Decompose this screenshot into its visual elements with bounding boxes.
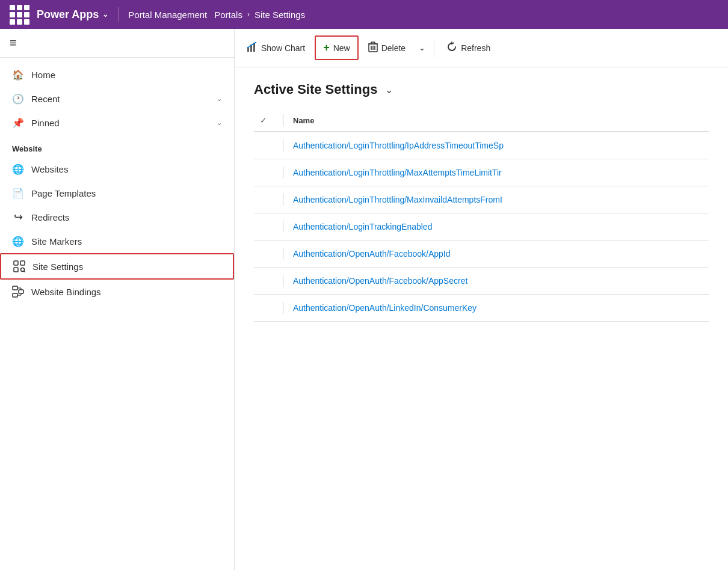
sidebar-nav: 🏠 Home 🕐 Recent ⌄ 📌 Pinned ⌄ Website 🌐 W… [0,58,234,570]
site-markers-icon: 🌐 [12,235,24,247]
row-link[interactable]: Authentication/LoginThrottling/MaxInvail… [293,195,502,204]
app-grid-icon[interactable] [10,5,29,25]
websites-icon: 🌐 [12,163,24,175]
col-check: ✓ [254,115,273,125]
table-row[interactable]: Authentication/OpenAuth/Facebook/AppSecr… [254,268,709,295]
svg-rect-7 [19,290,23,293]
row-divider [283,139,283,152]
redirects-icon: ↪ [12,211,24,223]
section-website-header: Website [0,135,234,157]
sidebar-item-redirects[interactable]: ↪ Redirects [0,205,234,229]
sidebar-item-pinned-label: Pinned [31,118,209,128]
toolbar: Show Chart + New [235,29,728,67]
top-bar: Power Apps ⌄ Portal Management Portals ›… [0,0,728,29]
content-body: Active Site Settings ⌄ ✓ Name Authentica… [235,67,728,570]
app-name[interactable]: Power Apps ⌄ [37,8,108,21]
new-label: New [333,43,350,53]
app-name-chevron-icon: ⌄ [102,10,108,19]
row-link[interactable]: Authentication/LoginThrottling/MaxAttemp… [293,168,502,177]
check-icon: ✓ [260,115,267,125]
table-header: ✓ Name [254,109,709,132]
table-row[interactable]: Authentication/LoginTrackingEnabled [254,213,709,241]
page-title-row: Active Site Settings ⌄ [254,82,709,97]
home-icon: 🏠 [12,69,24,81]
svg-rect-5 [13,286,17,290]
site-settings-icon [13,260,25,272]
sidebar-item-redirects-label: Redirects [31,212,222,222]
recent-icon: 🕐 [12,93,24,105]
delete-label: Delete [381,43,406,53]
sidebar-item-site-settings-label: Site Settings [32,262,221,272]
delete-dropdown-icon[interactable]: ⌄ [415,41,429,55]
sidebar-item-site-markers-label: Site Markers [31,236,222,247]
breadcrumb-separator: › [247,10,250,19]
delete-icon [368,41,378,55]
topbar-divider [118,7,119,22]
sidebar-item-website-bindings-label: Website Bindings [31,287,222,297]
svg-rect-2 [14,268,18,272]
table-row[interactable]: Authentication/LoginThrottling/MaxInvail… [254,186,709,213]
website-bindings-icon [12,286,24,298]
sidebar-item-home[interactable]: 🏠 Home [0,63,234,87]
svg-rect-0 [14,261,18,265]
sidebar-item-page-templates[interactable]: 📄 Page Templates [0,181,234,205]
refresh-label: Refresh [461,43,490,53]
refresh-icon [446,41,457,55]
row-divider [283,302,283,314]
recent-chevron-icon: ⌄ [217,95,222,103]
row-divider [283,248,283,260]
sidebar-item-site-settings[interactable]: Site Settings [0,253,234,280]
sidebar-item-websites-label: Websites [31,164,222,174]
breadcrumb: Portals › Site Settings [214,10,305,20]
table-row[interactable]: Authentication/LoginThrottling/MaxAttemp… [254,159,709,186]
table-rows: Authentication/LoginThrottling/IpAddress… [254,132,709,322]
sidebar-item-websites[interactable]: 🌐 Websites [0,157,234,181]
hamburger-icon[interactable]: ≡ [10,36,17,49]
show-chart-icon [247,41,258,55]
new-button[interactable]: + New [315,35,359,60]
svg-line-4 [24,271,25,272]
toolbar-divider [434,38,434,58]
sidebar-item-home-label: Home [31,70,222,80]
row-divider [283,167,283,179]
delete-button[interactable]: Delete [361,37,413,60]
sidebar-top: ≡ [0,29,234,58]
row-link[interactable]: Authentication/LoginTrackingEnabled [293,222,432,231]
sidebar-item-page-templates-label: Page Templates [31,188,222,198]
table-row[interactable]: Authentication/LoginThrottling/IpAddress… [254,132,709,159]
table-row[interactable]: Authentication/OpenAuth/Facebook/AppId [254,241,709,268]
new-icon: + [323,41,330,54]
table-row[interactable]: Authentication/OpenAuth/LinkedIn/Consume… [254,295,709,322]
col-name-header[interactable]: Name [293,116,314,125]
sidebar-item-recent[interactable]: 🕐 Recent ⌄ [0,87,234,111]
page-templates-icon: 📄 [12,187,24,199]
sidebar: ≡ 🏠 Home 🕐 Recent ⌄ 📌 Pinned ⌄ Website [0,29,235,570]
portal-management-label[interactable]: Portal Management [128,10,207,20]
show-chart-label: Show Chart [261,43,305,53]
row-divider [283,275,283,287]
row-divider [283,194,283,206]
sidebar-item-recent-label: Recent [31,94,209,104]
row-link[interactable]: Authentication/LoginThrottling/IpAddress… [293,141,504,150]
row-link[interactable]: Authentication/OpenAuth/Facebook/AppId [293,249,451,259]
breadcrumb-portals[interactable]: Portals [214,10,242,20]
row-link[interactable]: Authentication/OpenAuth/LinkedIn/Consume… [293,303,477,313]
main-layout: ≡ 🏠 Home 🕐 Recent ⌄ 📌 Pinned ⌄ Website [0,29,728,570]
content-area: Show Chart + New [235,29,728,570]
col-header-divider [283,114,283,126]
row-divider [283,221,283,233]
svg-rect-6 [13,293,17,297]
refresh-button[interactable]: Refresh [439,37,498,60]
sidebar-item-pinned[interactable]: 📌 Pinned ⌄ [0,111,234,135]
sidebar-item-website-bindings[interactable]: Website Bindings [0,280,234,304]
pinned-icon: 📌 [12,117,24,129]
title-dropdown-icon[interactable]: ⌄ [384,83,393,96]
svg-rect-1 [20,261,25,265]
show-chart-button[interactable]: Show Chart [239,37,312,60]
page-title: Active Site Settings [254,82,377,97]
pinned-chevron-icon: ⌄ [217,119,222,127]
breadcrumb-current: Site Settings [254,10,305,20]
row-link[interactable]: Authentication/OpenAuth/Facebook/AppSecr… [293,276,467,286]
sidebar-item-site-markers[interactable]: 🌐 Site Markers [0,229,234,253]
